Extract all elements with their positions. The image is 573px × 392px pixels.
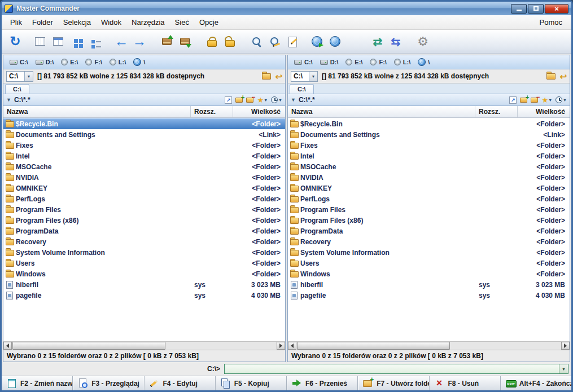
file-row[interactable]: $Recycle.Bin<Folder> xyxy=(288,118,570,129)
menu-item-narz-dzia[interactable]: Narzędzia xyxy=(126,16,170,29)
sync-dirs-button[interactable]: ⇄ xyxy=(369,33,387,51)
menu-item-folder[interactable]: Folder xyxy=(27,16,58,29)
close-button[interactable]: × xyxy=(545,4,568,14)
fkey-f3-button[interactable]: F3 - Przeglądaj xyxy=(72,376,143,390)
menu-item-opcje[interactable]: Opcje xyxy=(194,16,224,29)
file-row[interactable]: Recovery<Folder> xyxy=(288,236,570,247)
open-in-new-tab-button[interactable]: ↗ xyxy=(225,96,232,104)
file-row[interactable]: $Recycle.Bin<Folder> xyxy=(3,118,285,129)
close-tab-button[interactable] xyxy=(531,98,538,103)
file-row[interactable]: hiberfilsys3 023 MB xyxy=(3,279,285,290)
folder-tree-button[interactable] xyxy=(262,73,271,80)
titlebar[interactable]: Master Commander × xyxy=(2,2,571,15)
fkey-f6-button[interactable]: F6 - Przenieś xyxy=(286,376,357,390)
fkey-f8-button[interactable]: ×F8 - Usuń xyxy=(429,376,500,390)
file-row[interactable]: Intel<Folder> xyxy=(288,151,570,161)
refresh-button[interactable]: ↻ xyxy=(6,33,24,51)
file-row[interactable]: Windows<Folder> xyxy=(3,268,285,279)
lock-button[interactable] xyxy=(203,33,221,51)
find-files-button[interactable] xyxy=(266,33,284,51)
drive-combo[interactable]: C:\ ▼ xyxy=(291,71,318,82)
file-row[interactable]: Documents and Settings<Link> xyxy=(288,129,570,140)
compare-dirs-button[interactable]: ⇆ xyxy=(387,33,405,51)
unlock-button[interactable] xyxy=(221,33,239,51)
maximize-button[interactable] xyxy=(528,4,544,14)
file-row[interactable]: Windows<Folder> xyxy=(288,268,570,279)
drive-button-l[interactable]: L:\ xyxy=(107,58,129,67)
pack-button[interactable] xyxy=(158,33,176,51)
folder-tree-button[interactable] xyxy=(546,73,555,80)
unpack-button[interactable] xyxy=(176,33,194,51)
forward-button[interactable]: → xyxy=(130,33,148,51)
file-row[interactable]: ProgramData<Folder> xyxy=(3,226,285,236)
path-dropdown-icon[interactable]: ▼ xyxy=(291,97,296,103)
drive-button-f[interactable]: F:\ xyxy=(367,58,389,67)
file-row[interactable]: Intel<Folder> xyxy=(3,151,285,161)
history-button[interactable]: ▼ xyxy=(555,96,567,103)
path-dropdown-icon[interactable]: ▼ xyxy=(6,97,11,103)
open-in-new-tab-button[interactable]: ↗ xyxy=(509,96,517,104)
close-tab-button[interactable] xyxy=(246,98,253,103)
column-header-name[interactable]: Nazwa xyxy=(288,106,475,117)
network-button[interactable] xyxy=(326,33,344,51)
search-button[interactable] xyxy=(248,33,266,51)
column-header-size[interactable]: Wielkość xyxy=(518,106,570,117)
file-row[interactable]: Fixes<Folder> xyxy=(3,140,285,151)
column-header-name[interactable]: Nazwa xyxy=(3,106,191,117)
file-row[interactable]: OMNIKEY<Folder> xyxy=(3,183,285,193)
view-report-button[interactable] xyxy=(49,33,67,51)
view-columns-button[interactable] xyxy=(31,33,49,51)
file-row[interactable]: Program Files<Folder> xyxy=(288,204,570,215)
file-row[interactable]: PerfLogs<Folder> xyxy=(288,193,570,204)
chevron-down-icon[interactable]: ▼ xyxy=(24,72,33,81)
file-row[interactable]: MSOCache<Folder> xyxy=(3,161,285,172)
drive-combo[interactable]: C:\ ▼ xyxy=(6,71,33,82)
menu-item-sie[interactable]: Sieć xyxy=(170,16,194,29)
settings-button[interactable]: ⚙ xyxy=(414,33,432,51)
favorites-button[interactable]: ★▼ xyxy=(541,96,552,104)
ftp-connect-button[interactable] xyxy=(308,33,326,51)
drive-button-network[interactable]: \ xyxy=(130,57,148,67)
add-tab-button[interactable] xyxy=(520,98,527,103)
scroll-left-button[interactable] xyxy=(288,342,296,350)
fkey-f2-button[interactable]: F2 - Zmień nazwę xyxy=(2,376,72,390)
drive-button-e[interactable]: E:\ xyxy=(343,58,365,67)
file-row[interactable]: Program Files (x86)<Folder> xyxy=(288,215,570,226)
menu-item-widok[interactable]: Widok xyxy=(96,16,126,29)
minimize-button[interactable] xyxy=(511,4,527,14)
back-button[interactable]: ← xyxy=(112,33,130,51)
drive-button-l[interactable]: L:\ xyxy=(391,58,413,67)
file-row[interactable]: PerfLogs<Folder> xyxy=(3,193,285,204)
add-tab-button[interactable] xyxy=(235,98,243,103)
chevron-down-icon[interactable]: ▼ xyxy=(309,72,317,81)
fkey-f5-button[interactable]: F5 - Kopiuj xyxy=(215,376,286,390)
edit-button[interactable] xyxy=(284,33,302,51)
file-row[interactable]: NVIDIA<Folder> xyxy=(3,172,285,183)
fkey-alt-f4-button[interactable]: Alt+F4 - Zakończ xyxy=(500,376,571,390)
fkey-f7-button[interactable]: F7 - Utwórz folder xyxy=(357,376,428,390)
scrollbar-thumb[interactable] xyxy=(297,342,450,350)
drive-button-network[interactable]: \ xyxy=(415,57,432,67)
drive-button-d[interactable]: D:\ xyxy=(33,58,57,67)
file-row[interactable]: System Volume Information<Folder> xyxy=(288,247,570,258)
file-row[interactable]: Fixes<Folder> xyxy=(288,140,570,151)
drive-button-e[interactable]: E:\ xyxy=(58,58,81,67)
file-row[interactable]: hiberfilsys3 023 MB xyxy=(288,279,570,290)
scroll-right-button[interactable] xyxy=(277,342,285,350)
file-row[interactable]: Users<Folder> xyxy=(3,258,285,268)
scrollbar-thumb[interactable] xyxy=(12,342,165,350)
view-grid-button[interactable] xyxy=(67,33,85,51)
column-header-ext[interactable]: Rozsz. xyxy=(475,106,518,117)
file-row[interactable]: System Volume Information<Folder> xyxy=(3,247,285,258)
drive-button-f[interactable]: F:\ xyxy=(82,58,104,67)
file-row[interactable]: OMNIKEY<Folder> xyxy=(288,183,570,193)
folder-tab[interactable]: C:\ xyxy=(290,84,314,94)
column-header-size[interactable]: Wielkość xyxy=(233,106,285,117)
root-dir-button[interactable]: ↩ xyxy=(559,72,567,81)
favorites-button[interactable]: ★▼ xyxy=(257,96,268,104)
drive-button-d[interactable]: D:\ xyxy=(317,58,342,67)
scrollbar-track[interactable] xyxy=(297,342,561,350)
view-thumbnails-button[interactable] xyxy=(85,33,103,51)
file-row[interactable]: Documents and Settings<Link> xyxy=(3,129,285,140)
column-header-ext[interactable]: Rozsz. xyxy=(191,106,233,117)
